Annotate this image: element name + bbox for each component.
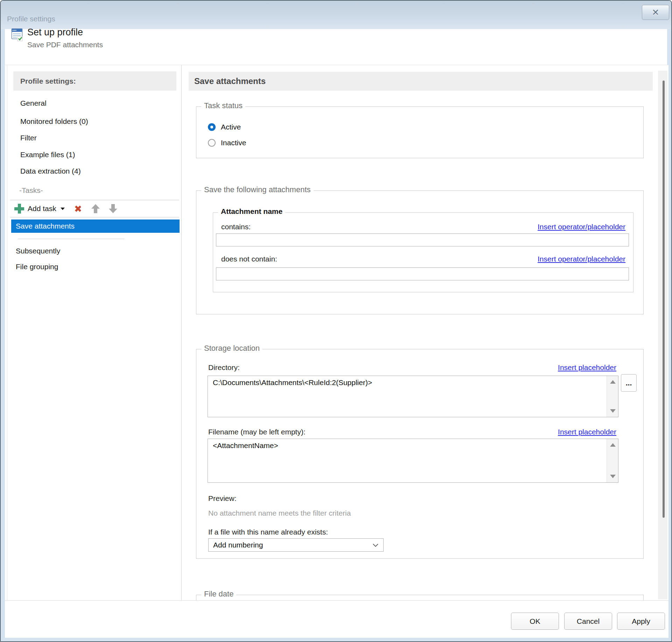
contains-label: contains: bbox=[221, 222, 251, 232]
scroll-down-icon[interactable] bbox=[610, 409, 616, 413]
vertical-scrollbar[interactable] bbox=[658, 71, 667, 599]
page-title: Set up profile bbox=[27, 27, 83, 38]
filename-scrollbar[interactable] bbox=[607, 439, 618, 482]
add-task-button[interactable]: Add task bbox=[14, 200, 65, 217]
filename-value: <AttachmentName> bbox=[213, 441, 604, 450]
insert-operator-link-contains[interactable]: Insert operator/placeholder bbox=[538, 222, 625, 232]
task-status-group: Task status Active Inactive bbox=[196, 106, 644, 158]
sidebar-item-example-files[interactable]: Example files (1) bbox=[20, 150, 75, 160]
section-title: Save attachments bbox=[189, 72, 653, 91]
directory-textarea[interactable]: C:\Documents\Attachments\<RuleId:2(Suppl… bbox=[208, 376, 618, 417]
scroll-up-icon[interactable] bbox=[610, 380, 616, 384]
radio-off-icon[interactable] bbox=[208, 139, 216, 147]
arrow-down-icon bbox=[108, 204, 118, 214]
profile-settings-window: Profile settings ✕ Set up profile Save P… bbox=[0, 0, 672, 642]
delete-task-button[interactable]: ✖ bbox=[72, 200, 84, 217]
does-not-contain-input[interactable] bbox=[216, 267, 629, 280]
arrow-up-icon bbox=[91, 204, 100, 214]
cancel-button[interactable]: Cancel bbox=[564, 613, 612, 630]
add-task-label: Add task bbox=[28, 204, 56, 213]
radio-inactive[interactable]: Inactive bbox=[208, 139, 246, 147]
task-item-save-attachments[interactable]: Save attachments bbox=[11, 219, 180, 233]
storage-location-legend: Storage location bbox=[201, 344, 262, 353]
browse-directory-button[interactable]: ... bbox=[621, 374, 637, 392]
save-following-group: Save the following attachments Attachmen… bbox=[196, 190, 644, 314]
file-date-group: File date bbox=[196, 595, 644, 600]
task-separator bbox=[18, 239, 125, 239]
close-icon: ✕ bbox=[652, 7, 659, 18]
insert-placeholder-link-directory[interactable]: Insert placeholder bbox=[558, 363, 616, 372]
task-toolbar: Add task ✖ bbox=[10, 200, 179, 217]
chevron-down-icon bbox=[373, 544, 378, 547]
scroll-down-icon[interactable] bbox=[610, 475, 616, 478]
move-task-down-button[interactable] bbox=[107, 200, 119, 217]
radio-on-icon[interactable] bbox=[208, 123, 216, 131]
footer-bar: OK Cancel Apply bbox=[5, 600, 668, 638]
ellipsis-icon: ... bbox=[626, 379, 632, 387]
chevron-down-icon bbox=[61, 208, 65, 210]
task-item-file-grouping[interactable]: File grouping bbox=[16, 262, 58, 272]
titlebar: Profile settings ✕ bbox=[1, 1, 671, 29]
radio-active-label[interactable]: Active bbox=[221, 123, 241, 131]
content-area: Profile settings: General Monitored fold… bbox=[5, 65, 668, 600]
file-exists-selected-value: Add numbering bbox=[213, 541, 263, 549]
sidebar-item-general[interactable]: General bbox=[20, 98, 47, 108]
directory-label: Directory: bbox=[208, 363, 240, 372]
contains-input[interactable] bbox=[216, 233, 629, 246]
task-status-legend: Task status bbox=[201, 101, 245, 110]
window-frame-left bbox=[1, 29, 5, 641]
filename-textarea[interactable]: <AttachmentName> bbox=[208, 439, 618, 483]
page-subtitle: Save PDF attachments bbox=[27, 41, 103, 49]
directory-value: C:\Documents\Attachments\<RuleId:2(Suppl… bbox=[213, 378, 604, 387]
main-panel: Save attachments Task status Active Inac… bbox=[189, 65, 658, 600]
sidebar-item-monitored-folders[interactable]: Monitored folders (0) bbox=[20, 117, 88, 126]
close-button[interactable]: ✕ bbox=[642, 5, 669, 20]
plus-icon bbox=[14, 204, 24, 214]
insert-placeholder-link-filename[interactable]: Insert placeholder bbox=[558, 427, 616, 437]
radio-inactive-label[interactable]: Inactive bbox=[221, 139, 246, 147]
dialog-header: Set up profile Save PDF attachments bbox=[1, 29, 671, 65]
insert-operator-link-not-contains[interactable]: Insert operator/placeholder bbox=[538, 254, 625, 264]
scroll-up-icon[interactable] bbox=[610, 443, 616, 447]
radio-active[interactable]: Active bbox=[208, 123, 241, 131]
apply-button[interactable]: Apply bbox=[617, 613, 665, 630]
preview-label: Preview: bbox=[208, 494, 237, 503]
sidebar-item-data-extraction[interactable]: Data extraction (4) bbox=[20, 166, 81, 176]
delete-icon: ✖ bbox=[74, 203, 82, 214]
file-date-legend: File date bbox=[201, 589, 236, 599]
window-title: Profile settings bbox=[7, 15, 55, 23]
sidebar-heading: Profile settings: bbox=[13, 71, 176, 91]
file-exists-select[interactable]: Add numbering bbox=[208, 538, 384, 552]
tasks-section-label: -Tasks- bbox=[19, 186, 43, 195]
ok-button[interactable]: OK bbox=[511, 613, 559, 630]
does-not-contain-label: does not contain: bbox=[221, 254, 277, 264]
filename-label: Filename (may be left empty): bbox=[208, 427, 306, 437]
file-exists-label: If a file with this name already exists: bbox=[208, 527, 328, 537]
move-task-up-button[interactable] bbox=[90, 200, 101, 217]
sidebar: Profile settings: General Monitored fold… bbox=[7, 65, 182, 600]
storage-location-group: Storage location Directory: Insert place… bbox=[196, 349, 644, 559]
attachment-name-legend: Attachment name bbox=[218, 207, 285, 216]
directory-scrollbar[interactable] bbox=[607, 376, 618, 417]
profile-icon bbox=[11, 28, 23, 42]
preview-text: No attachment name meets the filter crit… bbox=[208, 508, 351, 518]
sidebar-item-filter[interactable]: Filter bbox=[20, 133, 37, 143]
attachment-name-group: Attachment name contains: Insert operato… bbox=[213, 212, 634, 292]
task-item-subsequently[interactable]: Subsequently bbox=[16, 246, 60, 256]
scrollbar-thumb[interactable] bbox=[663, 81, 665, 518]
save-following-legend: Save the following attachments bbox=[201, 185, 314, 194]
